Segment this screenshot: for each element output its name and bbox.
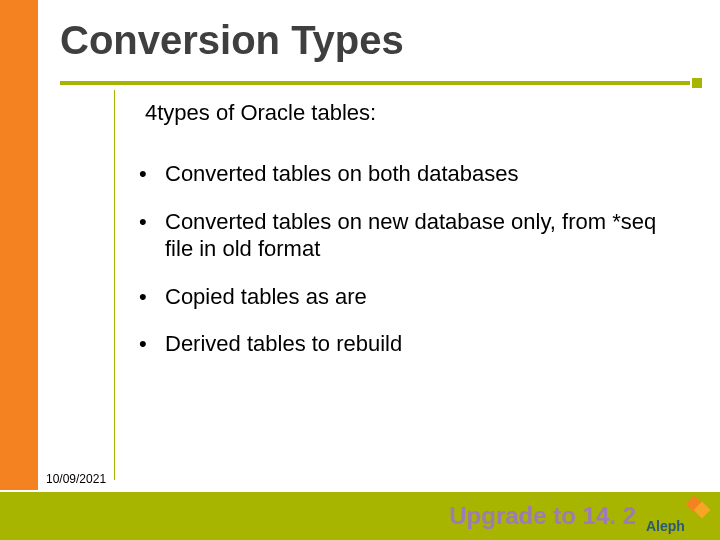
- list-item: Copied tables as are: [125, 283, 680, 311]
- footer-date: 10/09/2021: [46, 472, 106, 486]
- rule-line: [60, 81, 690, 85]
- list-item-text: Converted tables on new database only, f…: [165, 209, 656, 262]
- logo-text: Aleph: [646, 518, 685, 534]
- list-item: Derived tables to rebuild: [125, 330, 680, 358]
- list-item-text: Converted tables on both databases: [165, 161, 518, 186]
- list-item: Converted tables on new database only, f…: [125, 208, 680, 263]
- title-rule: [60, 78, 702, 90]
- intro-text: types of Oracle tables:: [157, 100, 376, 125]
- bullet-list: Converted tables on both databases Conve…: [125, 160, 680, 358]
- body-content: 4types of Oracle tables: Converted table…: [125, 100, 680, 378]
- list-item: Converted tables on both databases: [125, 160, 680, 188]
- aleph-logo: Aleph: [646, 498, 710, 534]
- footer-tagline: Upgrade to 14. 2: [449, 502, 636, 530]
- list-item-text: Copied tables as are: [165, 284, 367, 309]
- intro-line: 4types of Oracle tables:: [145, 100, 680, 126]
- list-item-text: Derived tables to rebuild: [165, 331, 402, 356]
- sidebar-accent: [0, 0, 38, 490]
- logo-mark-icon: [686, 496, 710, 520]
- slide-title: Conversion Types: [60, 18, 404, 63]
- rule-endcap: [692, 78, 702, 88]
- intro-number: 4: [145, 100, 157, 125]
- vertical-guide: [114, 90, 115, 480]
- slide: Conversion Types 4types of Oracle tables…: [0, 0, 720, 540]
